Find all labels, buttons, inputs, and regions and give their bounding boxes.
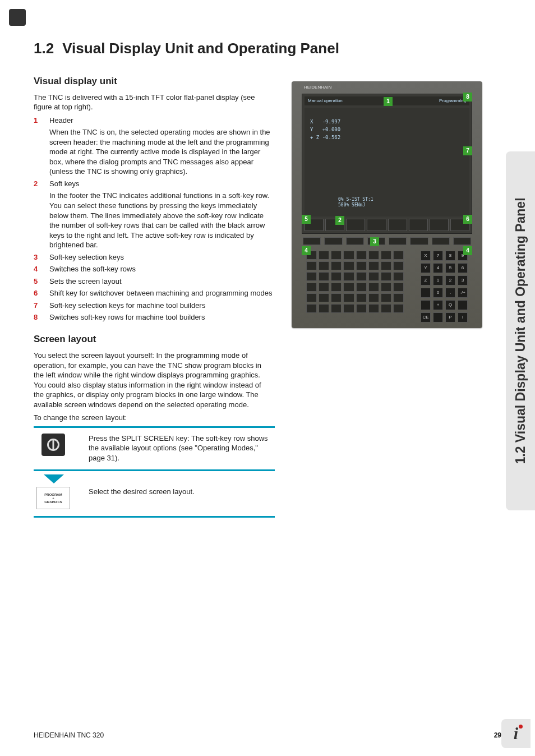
layout-change-line: To change the screen layout: [34,413,269,423]
info-badge: i [501,719,531,748]
callout-4b: 4 [463,246,472,255]
layout-intro: You select the screen layout yourself: I… [34,351,269,409]
callout-1: 1 [384,97,393,106]
info-icon: i [514,724,518,743]
callout-2: 2 [335,216,344,225]
step-row-2: PROGRAM + GRAPHICS Select the desired sc… [34,487,275,515]
info-dot-icon [519,725,523,729]
figure-brand: HEIDENHAIN [304,85,331,90]
item-label: Switches the soft-key rows [49,264,275,274]
program-graphics-key-icon: PROGRAM + GRAPHICS [34,487,73,509]
fig-header-right: Programming [439,98,466,103]
softkey-row [305,219,469,231]
callout-7: 7 [463,146,472,155]
callout-4: 4 [302,246,311,255]
heading-title: Visual Display Unit and Operating Panel [62,40,339,57]
softkey-selection-row [303,237,471,245]
list-item: 8Switches soft-key rows for machine tool… [34,312,275,322]
numpad: X789 Y456 Z123 0.-/+ +Q CEPI [421,251,468,322]
step-row-1: Press the SPLIT SCREEN key: The soft-key… [34,428,275,469]
item-label: Switches soft-key rows for machine tool … [49,312,275,322]
list-item: 5Sets the screen layout [34,276,275,287]
axis-readouts: X -9.997 Y +0.000 + Z -0.562 [310,118,340,142]
callout-5: 5 [302,215,311,224]
footer-left: HEIDENHAIN TNC 320 [34,731,104,739]
list-item: 3Soft-key selection keys [34,252,275,262]
fig-header-left: Manual operation [308,98,343,103]
status1: 0% S-IST ST:1 [338,197,373,202]
heading-number: 1.2 [34,39,58,58]
page-footer: HEIDENHAIN TNC 320 29 [34,731,501,739]
item-desc: When the TNC is on, the selected operati… [49,127,275,177]
item-label: Soft keys [49,179,79,188]
page-number: 29 [494,731,501,739]
step1-text: Press the SPLIT SCREEN key: The soft-key… [89,434,275,463]
item-label: Soft-key selection keys [49,252,275,262]
list-item: 1 Header When the TNC is on, the selecte… [34,116,275,177]
callout-8: 8 [463,93,472,102]
vdu-list: 1 Header When the TNC is on, the selecte… [34,116,275,322]
divider [34,516,275,518]
item-label: Sets the screen layout [49,276,275,287]
subheading-layout: Screen layout [34,334,275,345]
list-item: 6Shift key for switchover between machin… [34,288,275,298]
step2-text: Select the desired screen layout. [89,487,275,497]
item-label: Shift key for switchover between machini… [49,288,275,298]
chevron-down-icon [44,474,64,483]
list-item: 7Soft-key selection keys for machine too… [34,301,275,311]
split-screen-key-icon [34,434,73,456]
list-item: 2 Soft keys In the footer the TNC indica… [34,179,275,250]
keyboard-area [306,251,404,313]
callout-6: 6 [463,215,472,224]
section-heading: 1.2 Visual Display Unit and Operating Pa… [34,39,501,58]
list-item: 4Switches the soft-key rows [34,264,275,274]
operating-panel-figure: HEIDENHAIN Manual operation Programming … [292,81,482,328]
item-label: Soft-key selection keys for machine tool… [49,301,275,311]
status2: 500% SENmJ [338,202,365,208]
item-label: Header [49,116,73,125]
subheading-vdu: Visual display unit [34,76,275,87]
callout-3: 3 [370,237,379,246]
item-desc: In the footer the TNC indicates addition… [49,191,275,250]
vdu-intro: The TNC is delivered with a 15-inch TFT … [34,93,269,112]
